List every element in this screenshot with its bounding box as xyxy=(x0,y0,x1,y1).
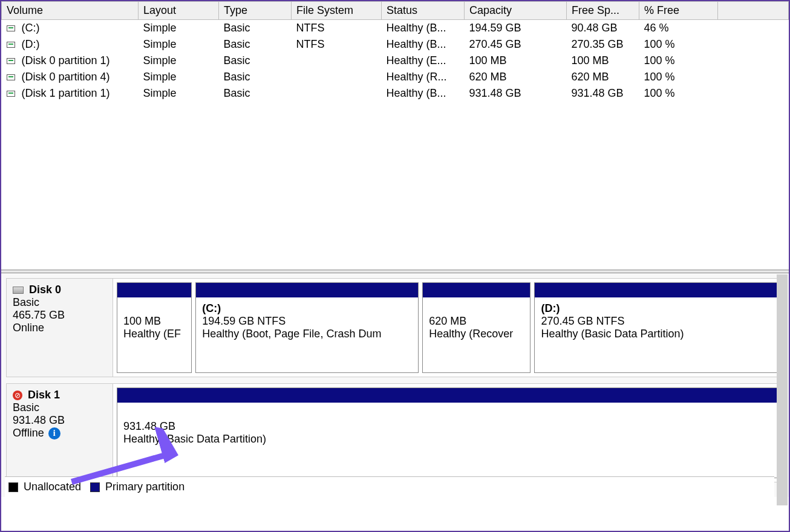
legend-text-unallocated: Unallocated xyxy=(24,481,81,493)
partition-block[interactable]: 931.48 GBHealthy (Basic Data Partition) xyxy=(117,388,780,478)
disk-1-label[interactable]: ⊘ Disk 1 Basic 931.48 GB Offline i xyxy=(7,384,113,482)
disk-1-state-text: Offline xyxy=(13,427,44,439)
disk-1-state: Offline i xyxy=(13,427,106,440)
col-layout[interactable]: Layout xyxy=(139,2,219,20)
legend-swatch-primary xyxy=(90,482,100,492)
disk-0-label[interactable]: Disk 0 Basic 465.75 GB Online xyxy=(7,279,113,377)
disk-0-name: Disk 0 xyxy=(29,284,61,296)
partition-body: 100 MBHealthy (EF xyxy=(117,297,191,372)
col-status[interactable]: Status xyxy=(382,2,465,20)
volume-table[interactable]: Volume Layout Type File System Status Ca… xyxy=(1,1,789,102)
partition-body: 931.48 GBHealthy (Basic Data Partition) xyxy=(117,403,779,478)
partition-body: 620 MBHealthy (Recover xyxy=(423,297,530,372)
partition-header xyxy=(535,283,779,297)
table-row[interactable]: (C:)SimpleBasicNTFSHealthy (B...194.59 G… xyxy=(2,20,789,37)
table-row[interactable]: (D:)SimpleBasicNTFSHealthy (B...270.45 G… xyxy=(2,36,789,53)
col-filesystem[interactable]: File System xyxy=(292,2,382,20)
legend-swatch-unallocated xyxy=(8,482,18,492)
partition-header xyxy=(117,283,191,297)
volume-icon xyxy=(7,58,15,64)
volume-icon xyxy=(7,91,15,97)
vertical-scrollbar[interactable] xyxy=(777,274,788,505)
legend-bar: Unallocated Primary partition xyxy=(5,476,774,497)
partition-block[interactable]: (C:)194.59 GB NTFSHealthy (Boot, Page Fi… xyxy=(195,282,419,373)
disk-0-type: Basic xyxy=(13,296,106,309)
disk-icon xyxy=(13,287,24,294)
col-capacity[interactable]: Capacity xyxy=(465,2,567,20)
partition-block[interactable]: (D:)270.45 GB NTFSHealthy (Basic Data Pa… xyxy=(534,282,780,373)
info-icon[interactable]: i xyxy=(48,427,60,440)
volume-icon xyxy=(7,25,15,31)
col-type[interactable]: Type xyxy=(219,2,292,20)
col-percentfree[interactable]: % Free xyxy=(639,2,718,20)
disk-0-state: Online xyxy=(13,322,106,334)
col-freespace[interactable]: Free Sp... xyxy=(567,2,639,20)
legend-text-primary: Primary partition xyxy=(105,481,184,493)
partition-block[interactable]: 620 MBHealthy (Recover xyxy=(422,282,530,373)
col-spacer xyxy=(718,2,789,20)
table-row[interactable]: (Disk 0 partition 4)SimpleBasicHealthy (… xyxy=(2,69,789,85)
disk-row-0[interactable]: Disk 0 Basic 465.75 GB Online 100 MBHeal… xyxy=(6,278,784,377)
disk-1-name: Disk 1 xyxy=(28,389,60,401)
disk-0-partitions: 100 MBHealthy (EF(C:)194.59 GB NTFSHealt… xyxy=(113,279,783,377)
table-row[interactable]: (Disk 1 partition 1)SimpleBasicHealthy (… xyxy=(2,85,789,102)
volume-icon xyxy=(7,42,15,48)
volume-list-pane: Volume Layout Type File System Status Ca… xyxy=(1,1,789,270)
partition-body: (C:)194.59 GB NTFSHealthy (Boot, Page Fi… xyxy=(196,297,418,372)
partition-header xyxy=(196,283,418,297)
disk-0-size: 465.75 GB xyxy=(13,309,106,322)
volume-icon xyxy=(7,74,15,80)
partition-block[interactable]: 100 MBHealthy (EF xyxy=(117,282,192,373)
disk-1-partitions: 931.48 GBHealthy (Basic Data Partition) xyxy=(113,384,783,482)
disk-1-type: Basic xyxy=(13,401,106,414)
col-volume[interactable]: Volume xyxy=(2,2,139,20)
disk-row-1[interactable]: ⊘ Disk 1 Basic 931.48 GB Offline i 931.4… xyxy=(6,383,784,482)
disk-graphical-pane: Disk 0 Basic 465.75 GB Online 100 MBHeal… xyxy=(1,273,789,497)
partition-body: (D:)270.45 GB NTFSHealthy (Basic Data Pa… xyxy=(535,297,779,372)
partition-header xyxy=(423,283,530,297)
disk-error-icon: ⊘ xyxy=(13,391,22,400)
partition-header xyxy=(117,388,779,403)
disk-1-size: 931.48 GB xyxy=(13,414,106,427)
table-row[interactable]: (Disk 0 partition 1)SimpleBasicHealthy (… xyxy=(2,53,789,69)
